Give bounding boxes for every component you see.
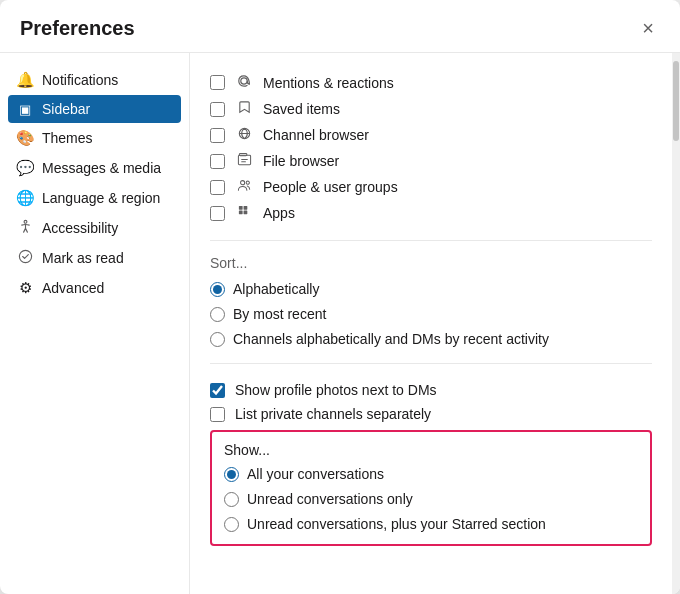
apps-icon [235, 204, 253, 222]
bookmark-icon [235, 100, 253, 118]
svg-rect-8 [238, 206, 242, 210]
sidebar-item-label: Language & region [42, 190, 160, 206]
show-profile-photos-checkbox[interactable] [210, 383, 225, 398]
accessibility-icon [16, 219, 34, 237]
dialog-body: 🔔 Notifications ▣ Sidebar 🎨 Themes 💬 Mes… [0, 53, 680, 594]
people-icon [235, 178, 253, 196]
sidebar-item-label: Advanced [42, 280, 104, 296]
show-section-label: Show... [224, 442, 638, 458]
show-section: Show... All your conversations Unread co… [210, 430, 652, 546]
mark-read-icon [16, 249, 34, 267]
sort-channels-alpha-dms-recent: Channels alphabetically and DMs by recen… [210, 329, 652, 349]
show-unread-label: Unread conversations only [247, 491, 413, 507]
check-row-mentions: Mentions & reactions [210, 69, 652, 96]
show-unread-only: Unread conversations only [224, 489, 638, 509]
apps-checkbox[interactable] [210, 206, 225, 221]
check-row-apps: Apps [210, 200, 652, 226]
svg-rect-11 [243, 211, 247, 215]
svg-point-1 [19, 250, 31, 262]
mentions-reactions-checkbox[interactable] [210, 75, 225, 90]
sort-alpha-radio[interactable] [210, 282, 225, 297]
sidebar-item-mark-as-read[interactable]: Mark as read [0, 243, 189, 273]
sidebar-icon: ▣ [16, 102, 34, 117]
themes-icon: 🎨 [16, 129, 34, 147]
show-unread-radio[interactable] [224, 492, 239, 507]
sort-recent-label: By most recent [233, 306, 326, 322]
sidebar-item-advanced[interactable]: ⚙ Advanced [0, 273, 189, 303]
show-all-conversations: All your conversations [224, 464, 638, 484]
sidebar-item-label: Sidebar [42, 101, 90, 117]
sort-by-most-recent: By most recent [210, 304, 652, 324]
check-row-channel-browser: Channel browser [210, 122, 652, 148]
saved-items-label: Saved items [263, 101, 340, 117]
sort-section: Sort... Alphabetically By most recent Ch… [210, 255, 652, 349]
check-row-saved: Saved items [210, 96, 652, 122]
nav-sidebar: 🔔 Notifications ▣ Sidebar 🎨 Themes 💬 Mes… [0, 53, 190, 594]
saved-items-checkbox[interactable] [210, 102, 225, 117]
globe-icon: 🌐 [16, 189, 34, 207]
sidebar-item-label: Themes [42, 130, 93, 146]
divider-2 [210, 363, 652, 364]
sort-alphabetically: Alphabetically [210, 279, 652, 299]
extra-checkboxes: Show profile photos next to DMs List pri… [210, 378, 652, 426]
mentions-reactions-label: Mentions & reactions [263, 75, 394, 91]
sidebar-item-label: Messages & media [42, 160, 161, 176]
svg-rect-9 [243, 206, 247, 210]
sort-recent-radio[interactable] [210, 307, 225, 322]
channel-browser-icon [235, 126, 253, 144]
svg-rect-10 [238, 211, 242, 215]
sidebar-item-label: Notifications [42, 72, 118, 88]
scrollbar-thumb[interactable] [673, 61, 679, 141]
apps-label: Apps [263, 205, 295, 221]
sort-section-label: Sort... [210, 255, 652, 271]
list-private-channels-label: List private channels separately [235, 406, 431, 422]
show-unread-starred-radio[interactable] [224, 517, 239, 532]
check-row-show-profile: Show profile photos next to DMs [210, 378, 652, 402]
svg-point-7 [246, 181, 249, 184]
sidebar-item-notifications[interactable]: 🔔 Notifications [0, 65, 189, 95]
channel-browser-checkbox[interactable] [210, 128, 225, 143]
sidebar-item-accessibility[interactable]: Accessibility [0, 213, 189, 243]
dialog-header: Preferences × [0, 0, 680, 53]
check-row-file-browser: File browser [210, 148, 652, 174]
sidebar-item-label: Accessibility [42, 220, 118, 236]
scrollbar-track[interactable] [672, 53, 680, 594]
file-browser-checkbox[interactable] [210, 154, 225, 169]
sidebar-item-sidebar[interactable]: ▣ Sidebar [8, 95, 181, 123]
sidebar-items-checkboxes: Mentions & reactions Saved items C [210, 69, 652, 226]
sidebar-item-themes[interactable]: 🎨 Themes [0, 123, 189, 153]
sidebar-item-messages-media[interactable]: 💬 Messages & media [0, 153, 189, 183]
show-unread-starred-label: Unread conversations, plus your Starred … [247, 516, 546, 532]
channel-browser-label: Channel browser [263, 127, 369, 143]
sidebar-item-language-region[interactable]: 🌐 Language & region [0, 183, 189, 213]
people-label: People & user groups [263, 179, 398, 195]
svg-point-0 [24, 220, 27, 223]
sort-alpha-label: Alphabetically [233, 281, 319, 297]
show-profile-photos-label: Show profile photos next to DMs [235, 382, 437, 398]
check-row-people: People & user groups [210, 174, 652, 200]
preferences-dialog: Preferences × 🔔 Notifications ▣ Sidebar … [0, 0, 680, 594]
close-button[interactable]: × [636, 16, 660, 40]
divider-1 [210, 240, 652, 241]
dialog-title: Preferences [20, 17, 135, 40]
file-browser-icon [235, 152, 253, 170]
people-user-groups-checkbox[interactable] [210, 180, 225, 195]
show-all-label: All your conversations [247, 466, 384, 482]
check-row-list-private: List private channels separately [210, 402, 652, 426]
show-unread-plus-starred: Unread conversations, plus your Starred … [224, 514, 638, 534]
messages-icon: 💬 [16, 159, 34, 177]
list-private-channels-checkbox[interactable] [210, 407, 225, 422]
show-radio-group: All your conversations Unread conversati… [224, 464, 638, 534]
sort-radio-group: Alphabetically By most recent Channels a… [210, 279, 652, 349]
show-all-radio[interactable] [224, 467, 239, 482]
file-browser-label: File browser [263, 153, 339, 169]
at-icon [235, 73, 253, 92]
svg-point-6 [240, 181, 244, 185]
sort-channels-dms-radio[interactable] [210, 332, 225, 347]
svg-point-2 [241, 78, 247, 84]
gear-icon: ⚙ [16, 279, 34, 297]
sort-channels-dms-label: Channels alphabetically and DMs by recen… [233, 331, 549, 347]
sidebar-item-label: Mark as read [42, 250, 124, 266]
main-content: Mentions & reactions Saved items C [190, 53, 672, 594]
bell-icon: 🔔 [16, 71, 34, 89]
